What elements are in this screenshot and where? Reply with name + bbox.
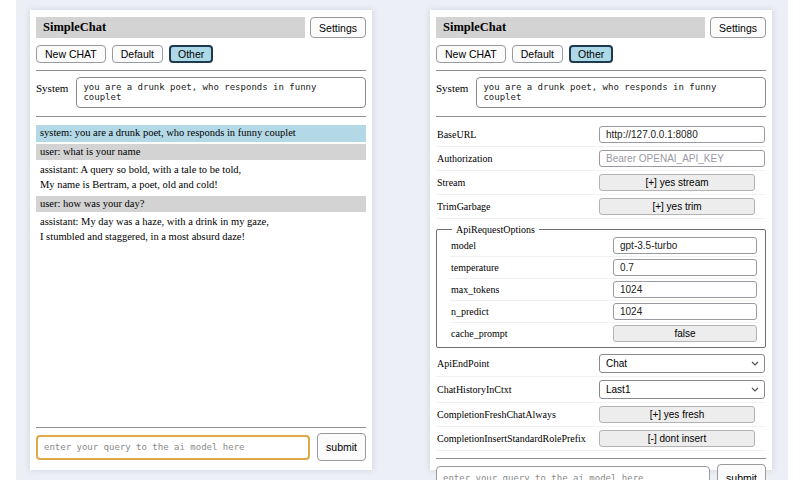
system-prompt-textarea[interactable]: you are a drunk poet, who responds in fu…	[476, 77, 766, 108]
app-title: SimpleChat	[436, 17, 705, 38]
chevron-down-icon	[751, 361, 759, 366]
stream-toggle-button[interactable]: [+] yes stream	[599, 174, 755, 191]
n-predict-label: n_predict	[451, 306, 489, 317]
chat-history-selected-value: Last1	[606, 384, 630, 395]
divider	[436, 116, 766, 117]
setting-row-trimgarbage: TrimGarbage [+] yes trim	[436, 195, 766, 219]
setting-row-cache-prompt: cache_prompt false	[450, 323, 758, 344]
model-input[interactable]	[613, 237, 757, 254]
submit-button[interactable]: submit	[717, 464, 766, 480]
system-prompt-row: System you are a drunk poet, who respond…	[436, 77, 766, 108]
system-label: System	[36, 77, 68, 108]
model-label: model	[451, 240, 476, 251]
chat-message-list: system: you are a drunk poet, who respon…	[36, 125, 366, 248]
chat-message-user: user: what is your name	[36, 144, 366, 161]
query-row: submit	[36, 433, 366, 461]
setting-row-completion-fresh: CompletionFreshChatAlways [+] yes fresh	[436, 403, 766, 427]
settings-button[interactable]: Settings	[310, 17, 366, 38]
api-endpoint-select[interactable]: Chat	[599, 354, 765, 373]
temperature-input[interactable]	[613, 259, 757, 276]
settings-panel: SimpleChat Settings New CHAT Default Oth…	[430, 10, 772, 470]
chat-history-select[interactable]: Last1	[599, 380, 765, 399]
settings-button[interactable]: Settings	[710, 17, 766, 38]
query-section: submit	[436, 451, 766, 480]
chat-history-label: ChatHistoryInCtxt	[437, 384, 511, 395]
trimgarbage-label: TrimGarbage	[437, 201, 491, 212]
baseurl-label: BaseURL	[437, 129, 476, 140]
setting-row-n-predict: n_predict	[450, 301, 758, 323]
completion-fresh-label: CompletionFreshChatAlways	[437, 409, 556, 420]
chat-panel: SimpleChat Settings New CHAT Default Oth…	[30, 10, 372, 470]
api-request-options-fieldset: ApiRequestOptions model temperature max_…	[436, 224, 766, 348]
cache-prompt-toggle-button[interactable]: false	[613, 325, 757, 342]
authorization-input[interactable]	[599, 150, 765, 167]
completion-role-prefix-toggle-button[interactable]: [-] dont insert	[599, 430, 755, 447]
app-title: SimpleChat	[36, 17, 305, 38]
api-request-options-legend: ApiRequestOptions	[452, 224, 539, 235]
authorization-label: Authorization	[437, 153, 493, 164]
title-row: SimpleChat Settings	[36, 17, 366, 38]
trimgarbage-toggle-button[interactable]: [+] yes trim	[599, 198, 755, 215]
session-button-other[interactable]: Other	[169, 45, 213, 63]
system-prompt-row: System you are a drunk poet, who respond…	[36, 77, 366, 108]
api-endpoint-label: ApiEndPoint	[437, 358, 489, 369]
setting-row-api-endpoint: ApiEndPoint Chat	[436, 351, 766, 377]
baseurl-input[interactable]	[599, 126, 765, 143]
session-button-default[interactable]: Default	[512, 45, 563, 63]
temperature-label: temperature	[451, 262, 499, 273]
session-button-other[interactable]: Other	[569, 45, 613, 63]
n-predict-input[interactable]	[613, 303, 757, 320]
new-chat-button[interactable]: New CHAT	[436, 45, 506, 63]
stream-label: Stream	[437, 177, 465, 188]
divider	[36, 116, 366, 117]
chevron-down-icon	[751, 387, 759, 392]
system-label: System	[436, 77, 468, 108]
max-tokens-input[interactable]	[613, 281, 757, 298]
api-endpoint-selected-value: Chat	[606, 358, 627, 369]
divider	[36, 70, 366, 71]
divider	[36, 427, 366, 428]
session-button-default[interactable]: Default	[112, 45, 163, 63]
max-tokens-label: max_tokens	[451, 284, 499, 295]
chat-message-assistant: assistant: A query so bold, with a tale …	[36, 162, 366, 193]
setting-row-completion-role-prefix: CompletionInsertStandardRolePrefix [-] d…	[436, 427, 766, 451]
settings-list: BaseURL Authorization Stream [+] yes str…	[436, 123, 766, 451]
setting-row-stream: Stream [+] yes stream	[436, 171, 766, 195]
session-tabs: New CHAT Default Other	[36, 45, 366, 63]
divider	[436, 70, 766, 71]
query-input[interactable]	[436, 466, 710, 480]
chat-message-system: system: you are a drunk poet, who respon…	[36, 125, 366, 142]
title-row: SimpleChat Settings	[436, 17, 766, 38]
query-section: submit	[36, 420, 366, 461]
cache-prompt-label: cache_prompt	[451, 328, 508, 339]
setting-row-temperature: temperature	[450, 257, 758, 279]
setting-row-authorization: Authorization	[436, 147, 766, 171]
setting-row-baseurl: BaseURL	[436, 123, 766, 147]
setting-row-chat-history: ChatHistoryInCtxt Last1	[436, 377, 766, 403]
submit-button[interactable]: submit	[317, 433, 366, 461]
divider	[436, 458, 766, 459]
chat-message-user: user: how was your day?	[36, 196, 366, 213]
query-row: submit	[436, 464, 766, 480]
setting-row-max-tokens: max_tokens	[450, 279, 758, 301]
chat-message-assistant: assistant: My day was a haze, with a dri…	[36, 214, 366, 245]
completion-role-prefix-label: CompletionInsertStandardRolePrefix	[437, 433, 586, 444]
setting-row-model: model	[450, 235, 758, 257]
query-input[interactable]	[36, 435, 310, 460]
completion-fresh-toggle-button[interactable]: [+] yes fresh	[599, 406, 755, 423]
session-tabs: New CHAT Default Other	[436, 45, 766, 63]
system-prompt-textarea[interactable]: you are a drunk poet, who responds in fu…	[76, 77, 366, 108]
new-chat-button[interactable]: New CHAT	[36, 45, 106, 63]
